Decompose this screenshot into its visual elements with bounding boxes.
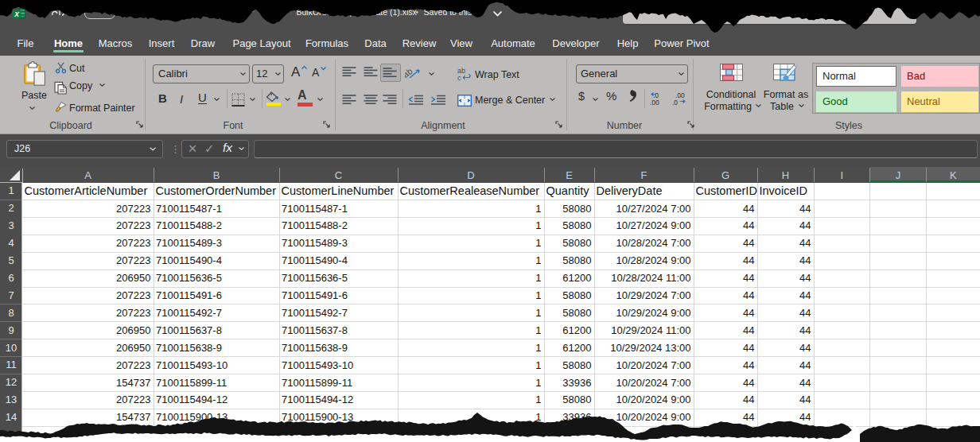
svg-text:.00: .00 (650, 99, 659, 106)
svg-text:c: c (457, 74, 461, 81)
svg-text:.0: .0 (672, 99, 678, 106)
